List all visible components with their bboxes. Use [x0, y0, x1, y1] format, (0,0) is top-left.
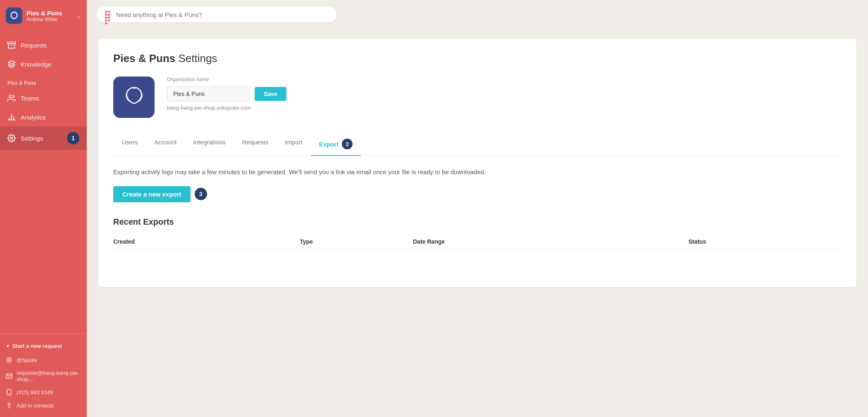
sidebar-section-label: Pies & Puns: [0, 74, 87, 89]
tab-import[interactable]: Import: [277, 133, 311, 156]
sidebar-item-settings[interactable]: Settings 1: [0, 127, 87, 150]
exports-header-row: Created Type Date Range Status: [113, 234, 842, 249]
col-type: Type: [300, 234, 413, 249]
export-tab-badge: 2: [342, 139, 353, 149]
page-title: Pies & Puns Settings: [113, 52, 842, 65]
org-section: Organization name Save bang-bang-pie-sho…: [113, 77, 842, 118]
tab-account[interactable]: Account: [146, 133, 185, 156]
chart-icon: [7, 113, 16, 121]
col-status: Status: [689, 234, 842, 249]
add-contact-icon: [6, 402, 12, 409]
org-fields: Organization name Save bang-bang-pie-sho…: [167, 77, 286, 111]
org-logo: [6, 7, 22, 24]
svg-point-10: [7, 357, 12, 362]
sidebar-item-requests[interactable]: Requests: [0, 36, 87, 55]
org-name-row: Save: [167, 86, 286, 101]
settings-card: Pies & Puns Settings Organization name S…: [98, 39, 856, 287]
sidebar-bottom: ▼ Start a new request @Spoke requests@ba…: [0, 333, 87, 417]
svg-point-8: [11, 137, 13, 139]
at-spoke-label: @Spoke: [17, 357, 37, 363]
org-title-block: Pies & Puns Andrew White: [26, 10, 72, 22]
topbar: [87, 0, 868, 29]
page-title-rest: Settings: [175, 52, 217, 65]
search-bar[interactable]: [97, 7, 336, 22]
create-export-badge: 3: [195, 188, 207, 200]
sidebar-header[interactable]: Pies & Puns Andrew White ⌄: [0, 0, 87, 31]
settings-badge: 1: [67, 132, 79, 144]
org-url: bang-bang-pie-shop.askspoke.com: [167, 105, 286, 111]
at-spoke-item[interactable]: @Spoke: [0, 353, 87, 367]
layers-icon: [7, 60, 16, 68]
sidebar-nav: Requests Knowledge Pies & Puns Teams: [0, 31, 87, 154]
create-export-row: Create a new export 3: [113, 186, 842, 202]
col-date-range: Date Range: [413, 234, 689, 249]
search-input[interactable]: [116, 11, 328, 18]
svg-point-13: [8, 403, 10, 405]
settings-nav-inner: Settings: [7, 134, 62, 142]
org-logo-svg: [121, 84, 148, 111]
sidebar-item-settings-label: Settings: [21, 135, 43, 142]
add-contacts-label: Add to contacts: [17, 403, 54, 409]
settings-icon: [7, 134, 16, 142]
phone-label: (415) 843 8349: [17, 389, 53, 395]
tab-export[interactable]: Export 2: [311, 133, 361, 156]
phone-item[interactable]: (415) 843 8349: [0, 386, 87, 399]
exports-table-header: Created Type Date Range Status: [113, 234, 842, 249]
tab-export-label: Export: [319, 141, 339, 148]
sidebar-item-analytics-label: Analytics: [21, 114, 45, 121]
sidebar-item-teams[interactable]: Teams: [0, 89, 87, 108]
email-label: requests@bang-bang-pie-shop....: [17, 370, 81, 382]
start-request-toggle[interactable]: ▼ Start a new request: [0, 339, 87, 353]
email-item[interactable]: requests@bang-bang-pie-shop....: [0, 367, 87, 386]
svg-rect-0: [8, 42, 15, 44]
start-request-label: Start a new request: [12, 343, 62, 349]
tab-users[interactable]: Users: [113, 133, 146, 156]
sidebar-item-knowledge-label: Knowledge: [21, 61, 51, 68]
svg-rect-11: [7, 389, 11, 395]
col-created: Created: [113, 234, 300, 249]
sidebar-org-name: Pies & Puns: [26, 10, 72, 17]
sidebar-item-analytics[interactable]: Analytics: [0, 108, 87, 127]
main-area: Pies & Puns Settings Organization name S…: [87, 0, 868, 417]
exports-table: Created Type Date Range Status: [113, 234, 842, 249]
triangle-icon: ▼: [6, 344, 10, 348]
create-export-button[interactable]: Create a new export: [113, 186, 191, 202]
svg-point-3: [9, 95, 12, 98]
recent-exports-title: Recent Exports: [113, 217, 842, 227]
email-icon: [6, 373, 12, 379]
search-dots-icon: [105, 11, 112, 18]
chevron-down-icon: ⌄: [76, 12, 81, 19]
svg-point-9: [8, 359, 10, 361]
content-area: Pies & Puns Settings Organization name S…: [87, 29, 868, 417]
sidebar-item-teams-label: Teams: [21, 95, 39, 102]
sidebar-item-requests-label: Requests: [21, 42, 47, 49]
org-logo-box: [113, 77, 155, 118]
org-name-label: Organization name: [167, 77, 286, 82]
export-description: Exporting activity logs may take a few m…: [113, 168, 842, 177]
org-name-input[interactable]: [167, 86, 250, 101]
phone-icon: [6, 389, 12, 395]
page-title-bold: Pies & Puns: [113, 52, 175, 65]
settings-tabs: Users Account Integrations Requests Impo…: [113, 133, 842, 156]
tab-integrations[interactable]: Integrations: [185, 133, 234, 156]
save-button[interactable]: Save: [255, 87, 286, 101]
add-contacts-item[interactable]: Add to contacts: [0, 399, 87, 412]
svg-marker-2: [8, 61, 15, 64]
tab-requests[interactable]: Requests: [234, 133, 277, 156]
people-icon: [7, 94, 16, 102]
sidebar: Pies & Puns Andrew White ⌄ Requests Know…: [0, 0, 87, 417]
inbox-icon: [7, 41, 16, 49]
spoke-icon: [6, 357, 12, 363]
sidebar-item-knowledge[interactable]: Knowledge: [0, 55, 87, 74]
sidebar-user-name: Andrew White: [26, 17, 72, 22]
